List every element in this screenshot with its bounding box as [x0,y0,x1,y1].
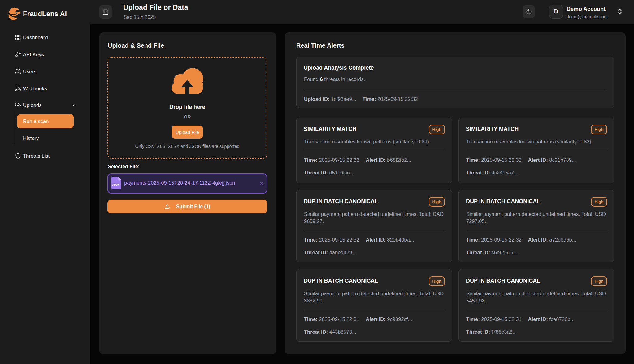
svg-text:JSON: JSON [112,183,120,186]
